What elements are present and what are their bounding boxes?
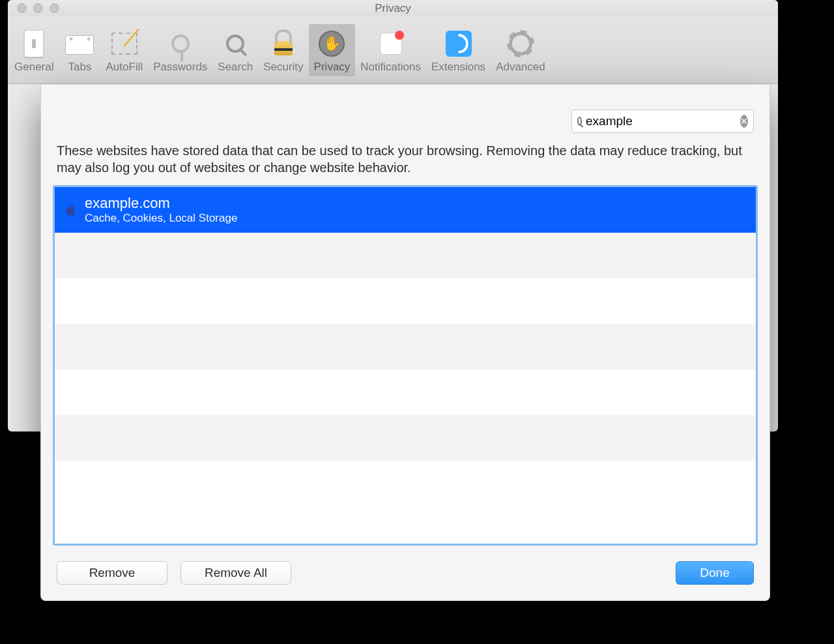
list-item-details: Cache, Cookies, Local Storage bbox=[85, 212, 237, 225]
list-item-empty bbox=[55, 278, 756, 324]
gear-icon bbox=[505, 28, 536, 59]
key-icon bbox=[165, 28, 196, 59]
description-text: These websites have stored data that can… bbox=[53, 142, 758, 176]
tab-autofill[interactable]: AutoFill bbox=[100, 24, 148, 76]
tabs-icon bbox=[64, 28, 95, 59]
tab-label: Tabs bbox=[68, 61, 92, 74]
search-row: ✕ bbox=[53, 110, 758, 133]
tab-passwords[interactable]: Passwords bbox=[148, 24, 212, 76]
button-row: Remove Remove All Done bbox=[53, 561, 758, 585]
remove-button[interactable]: Remove bbox=[57, 561, 167, 585]
tab-privacy[interactable]: ✋ Privacy bbox=[309, 24, 356, 76]
clear-search-button[interactable]: ✕ bbox=[740, 115, 748, 128]
lock-icon bbox=[268, 28, 299, 59]
close-window-button[interactable] bbox=[17, 3, 27, 13]
remove-all-button[interactable]: Remove All bbox=[180, 561, 291, 585]
minimize-window-button[interactable] bbox=[33, 3, 43, 13]
zoom-window-button[interactable] bbox=[50, 3, 59, 13]
autofill-icon bbox=[109, 28, 140, 59]
list-item-domain: example.com bbox=[85, 195, 237, 212]
done-button[interactable]: Done bbox=[676, 561, 754, 585]
prefs-toolbar: General Tabs AutoFill Passwords Search S… bbox=[8, 16, 778, 84]
website-data-sheet: ✕ These websites have stored data that c… bbox=[40, 85, 770, 601]
list-item-empty bbox=[55, 233, 756, 278]
tab-search[interactable]: Search bbox=[212, 24, 258, 76]
tab-general[interactable]: General bbox=[9, 24, 59, 76]
tab-label: Privacy bbox=[314, 61, 351, 74]
search-input[interactable] bbox=[586, 114, 740, 128]
tab-label: Advanced bbox=[496, 61, 545, 74]
tab-tabs[interactable]: Tabs bbox=[59, 24, 100, 76]
list-item-empty bbox=[55, 415, 756, 461]
tab-label: AutoFill bbox=[106, 61, 143, 74]
list-item-empty bbox=[55, 370, 756, 415]
tab-label: Extensions bbox=[431, 61, 485, 74]
tab-label: General bbox=[14, 61, 53, 74]
window-title: Privacy bbox=[375, 2, 411, 15]
hand-icon: ✋ bbox=[316, 28, 347, 59]
tab-label: Notifications bbox=[360, 61, 421, 74]
traffic-lights bbox=[8, 3, 59, 13]
tab-label: Security bbox=[263, 61, 303, 74]
tab-label: Search bbox=[218, 61, 253, 74]
notification-icon bbox=[375, 28, 407, 59]
list-item-empty bbox=[55, 324, 756, 370]
list-item-empty bbox=[55, 461, 756, 506]
search-field[interactable]: ✕ bbox=[571, 110, 754, 133]
general-icon bbox=[18, 28, 50, 59]
compass-icon bbox=[443, 28, 474, 59]
search-icon bbox=[220, 28, 251, 59]
list-item-text: example.com Cache, Cookies, Local Storag… bbox=[85, 195, 237, 225]
tab-security[interactable]: Security bbox=[258, 24, 308, 76]
list-item[interactable]: example.com Cache, Cookies, Local Storag… bbox=[55, 187, 756, 233]
tab-notifications[interactable]: Notifications bbox=[355, 24, 426, 76]
website-list[interactable]: example.com Cache, Cookies, Local Storag… bbox=[53, 185, 758, 546]
search-icon bbox=[577, 117, 582, 126]
tab-advanced[interactable]: Advanced bbox=[491, 24, 551, 76]
tab-extensions[interactable]: Extensions bbox=[426, 24, 491, 76]
titlebar: Privacy bbox=[8, 0, 778, 16]
tab-label: Passwords bbox=[153, 61, 207, 74]
apple-icon bbox=[64, 203, 78, 217]
